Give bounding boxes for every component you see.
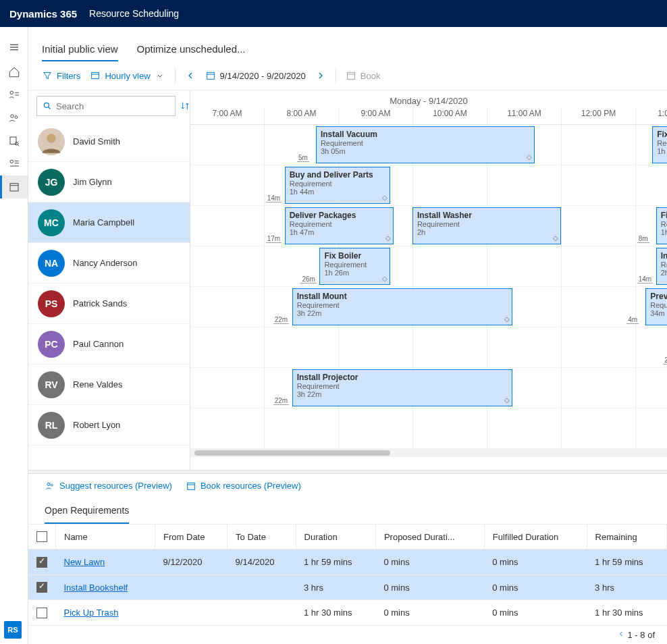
resource-row[interactable]: PSPatrick Sands bbox=[28, 284, 190, 324]
hour-column-header: 10:00 AM bbox=[413, 109, 487, 124]
timeline-row[interactable]: 17mDeliver PackagesRequirement1h 47m◇Ins… bbox=[190, 206, 667, 246]
row-checkbox[interactable] bbox=[36, 608, 47, 618]
svg-point-11 bbox=[10, 160, 14, 163]
search-list-icon[interactable] bbox=[0, 130, 28, 153]
resource-row[interactable]: MCMaria Campbell bbox=[28, 203, 190, 243]
resource-row[interactable]: PCPaul Cannon bbox=[28, 324, 190, 365]
cell bbox=[228, 600, 296, 626]
requirements-table: NameFrom DateTo DateDurationProposed Dur… bbox=[28, 524, 667, 626]
cell: 0 mins bbox=[484, 549, 587, 575]
avatar bbox=[38, 128, 65, 155]
column-header[interactable]: To Date bbox=[228, 524, 296, 549]
timeline-row[interactable] bbox=[190, 408, 667, 449]
booking-block[interactable]: InstallRequirement2h 14m◇ bbox=[656, 248, 667, 285]
drive-time-label: 5m bbox=[297, 154, 309, 162]
timeline-row[interactable]: 28m◇ bbox=[190, 327, 667, 368]
row-checkbox[interactable] bbox=[36, 582, 47, 593]
booking-block[interactable]: Install ProjectorRequirement3h 22m◇ bbox=[292, 369, 513, 406]
preview-actions: Suggest resources (Preview) Book resourc… bbox=[28, 474, 667, 498]
column-header[interactable]: Fulfilled Duration bbox=[484, 524, 587, 549]
cell: 0 mins bbox=[375, 574, 484, 600]
timeline-row[interactable]: 22mInstall MountRequirement3h 22m◇4mPrev… bbox=[190, 287, 667, 327]
app-badge[interactable]: RS bbox=[4, 621, 22, 639]
drag-icon: ◇ bbox=[504, 396, 510, 404]
requirement-name-link[interactable]: New Lawn bbox=[64, 557, 105, 567]
booking-block[interactable]: Fix WasherRequirement1h 03m◇ bbox=[652, 126, 667, 163]
svg-rect-15 bbox=[10, 184, 18, 191]
day-header: Monday - 9/14/2020 bbox=[190, 90, 667, 109]
resource-row[interactable]: JGJim Glynn bbox=[28, 162, 190, 203]
horizontal-scrollbar[interactable] bbox=[190, 449, 667, 457]
resource-row[interactable]: David Smith bbox=[28, 122, 190, 162]
cell: 0 mins bbox=[484, 574, 587, 600]
svg-rect-19 bbox=[207, 72, 214, 79]
resource-search-input[interactable] bbox=[36, 96, 176, 116]
booking-block[interactable]: Install WasherRequirement2h◇ bbox=[412, 207, 561, 244]
requirement-name-link[interactable]: Pick Up Trash bbox=[64, 608, 119, 618]
booking-block[interactable]: PreventRequirement34m◇ bbox=[645, 288, 667, 325]
column-header[interactable]: Proposed Durati... bbox=[375, 524, 484, 549]
requirement-row[interactable]: Pick Up Trash1 hr 30 mins0 mins0 mins1 h… bbox=[28, 600, 667, 626]
svg-point-27 bbox=[47, 483, 50, 485]
hour-header: 7:00 AM8:00 AM9:00 AM10:00 AM11:00 AM12:… bbox=[190, 109, 667, 125]
tab-initial-public-view[interactable]: Initial public view bbox=[42, 43, 118, 61]
people-list-icon[interactable] bbox=[0, 84, 28, 107]
svg-rect-29 bbox=[188, 483, 195, 489]
avatar: RV bbox=[38, 371, 65, 398]
cell bbox=[155, 574, 228, 600]
column-header[interactable]: Remaining bbox=[587, 524, 666, 549]
home-icon[interactable] bbox=[0, 61, 28, 84]
book-resources-button[interactable]: Book resources (Preview) bbox=[186, 481, 301, 491]
svg-rect-17 bbox=[92, 72, 99, 78]
requirement-row[interactable]: New Lawn9/12/20209/14/20201 hr 59 mins0 … bbox=[28, 549, 667, 575]
booking-block[interactable]: Install VacuumRequirement3h 05m◇ bbox=[316, 126, 535, 163]
requirement-name-link[interactable]: Install Bookshelf bbox=[64, 583, 128, 593]
drive-time-label: 14m bbox=[637, 275, 653, 284]
timeline-row[interactable]: 26mFix BoilerRequirement1h 26m◇14mInstal… bbox=[190, 246, 667, 287]
book-button: Book bbox=[346, 70, 381, 81]
timeline-row[interactable]: 22mInstall ProjectorRequirement3h 22m◇ bbox=[190, 368, 667, 408]
sort-button[interactable] bbox=[180, 96, 190, 116]
svg-point-23 bbox=[44, 103, 49, 107]
resource-name: Nancy Anderson bbox=[73, 258, 137, 268]
timeline-grid[interactable]: Monday - 9/14/2020 7:00 AM8:00 AM9:00 AM… bbox=[190, 90, 667, 470]
resource-row[interactable]: RLRobert Lyon bbox=[28, 405, 190, 446]
booking-block[interactable]: Deliver PackagesRequirement1h 47m◇ bbox=[285, 207, 394, 244]
tab-optimize-unscheduled[interactable]: Optimize unscheduled... bbox=[137, 43, 246, 61]
pager-prev-icon[interactable] bbox=[617, 630, 625, 638]
resource-row[interactable]: RVRene Valdes bbox=[28, 365, 190, 405]
hamburger-icon[interactable] bbox=[0, 34, 28, 61]
timeline-row[interactable]: 14mBuy and Deliver PartsRequirement1h 44… bbox=[190, 165, 667, 206]
open-requirements-tab[interactable]: Open Requirements bbox=[45, 498, 129, 524]
cell: 1 hr 59 mins bbox=[296, 549, 375, 575]
cell: 1 hr 30 mins bbox=[587, 600, 666, 626]
resource-panel: David SmithJGJim GlynnMCMaria CampbellNA… bbox=[28, 90, 190, 470]
booking-block[interactable]: Fix BoilerRequirement1h 26m◇ bbox=[319, 248, 390, 285]
avatar: MC bbox=[38, 209, 65, 236]
cell: 1 hr 30 mins bbox=[296, 600, 375, 626]
hourly-view-dropdown[interactable]: Hourly view bbox=[90, 70, 165, 81]
booking-block[interactable]: Buy and Deliver PartsRequirement1h 44m◇ bbox=[285, 167, 390, 204]
resource-row[interactable]: NANancy Anderson bbox=[28, 243, 190, 284]
column-header[interactable]: From Date bbox=[155, 524, 228, 549]
people-lines-icon[interactable] bbox=[0, 153, 28, 176]
booking-block[interactable]: Install MountRequirement3h 22m◇ bbox=[292, 288, 513, 325]
row-checkbox[interactable] bbox=[36, 557, 47, 568]
filters-button[interactable]: Filters bbox=[42, 70, 80, 81]
requirement-row[interactable]: Install Bookshelf3 hrs0 mins0 mins3 hrs bbox=[28, 574, 667, 600]
hour-column-header: 9:00 AM bbox=[339, 109, 413, 124]
booking-block[interactable]: Fix EngineRequirement1h 08m◇ bbox=[656, 207, 667, 244]
date-prev-button[interactable] bbox=[185, 70, 196, 81]
people-icon[interactable] bbox=[0, 107, 28, 130]
select-all-checkbox[interactable] bbox=[36, 531, 47, 542]
cell: 1 hr 59 mins bbox=[587, 549, 666, 575]
search-field[interactable] bbox=[56, 101, 169, 111]
cell bbox=[228, 574, 296, 600]
calendar-icon[interactable] bbox=[0, 176, 28, 198]
column-header[interactable]: Name bbox=[56, 524, 155, 549]
column-header[interactable]: Duration bbox=[296, 524, 375, 549]
suggest-resources-button[interactable]: Suggest resources (Preview) bbox=[45, 481, 172, 491]
timeline-row[interactable]: 5mInstall VacuumRequirement3h 05m◇Fix Wa… bbox=[190, 125, 667, 165]
date-next-button[interactable] bbox=[315, 70, 326, 81]
date-picker-button[interactable]: 9/14/2020 - 9/20/2020 bbox=[205, 70, 306, 81]
